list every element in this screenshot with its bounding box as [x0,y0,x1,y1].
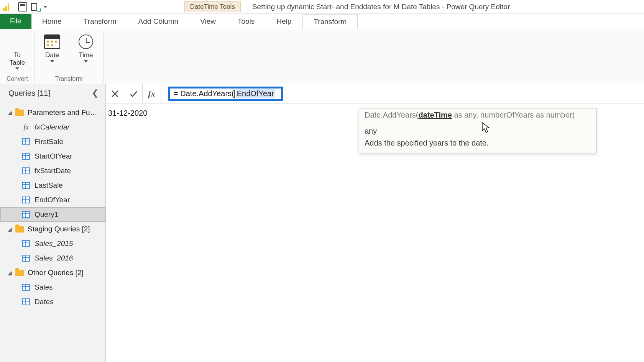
tab-home[interactable]: Home [31,14,73,29]
tab-tools[interactable]: Tools [227,14,266,29]
tree-item-label: Query1 [34,210,58,219]
tree-item-label: Sales [34,283,53,292]
tree-item[interactable]: Sales_2016 [0,251,105,265]
tree-item-label: fxCalendar [34,123,70,131]
save-icon[interactable] [18,2,27,11]
refresh-preview-icon[interactable] [31,2,39,11]
table-icon [22,153,30,160]
group-label-convert: Convert [7,75,28,84]
queries-tree[interactable]: ◢Parameters and Fu…fxfxCalendarFirstSale… [0,102,105,362]
table-icon [22,197,30,203]
calendar-icon [44,34,60,49]
cancel-formula-button[interactable] [106,84,124,103]
tree-item[interactable]: Sales_2015 [0,236,105,251]
tab-help[interactable]: Help [266,14,302,29]
to-table-button[interactable]: To Table [4,33,31,70]
tree-item[interactable]: LastSale [0,178,105,193]
expand-icon: ◢ [8,226,13,232]
tree-item[interactable]: EndOfYear [0,193,105,207]
tooltip-sig-prefix: Date.AddYears( [365,111,418,119]
tree-item[interactable]: Query1 [0,207,105,222]
time-button[interactable]: Time [72,33,99,62]
group-label-transform: Transform [55,75,83,84]
chevron-down-icon [50,60,54,62]
title-bar: DateTime Tools Setting up dynamic Start-… [0,0,644,14]
powerbi-logo-icon [3,3,10,11]
text-caret [234,90,235,98]
tooltip-type: any [359,122,596,137]
folder-icon [15,110,24,116]
tree-group[interactable]: ◢Parameters and Fu… [0,105,105,120]
tree-item[interactable]: fxStartDate [0,164,105,178]
tooltip-sig-current-param: dateTime [418,111,452,119]
formula-bar: fx = Date.AddYears( EndOfYear [106,84,644,103]
ribbon: To Table Convert Date Time Tra [0,29,644,84]
tree-item-label: EndOfYear [34,196,70,204]
tree-item-label: Sales_2016 [34,254,73,262]
fx-button[interactable]: fx [143,84,161,103]
table-icon [22,284,30,291]
tree-item-label: StartOfYear [34,152,72,161]
tab-view[interactable]: View [189,14,227,29]
tree-item[interactable]: Dates [0,295,105,309]
intellisense-tooltip: Date.AddYears(dateTime as any, numberOfY… [359,108,596,153]
formula-selected-arg: EndOfYear [236,89,275,98]
content-area: fx = Date.AddYears( EndOfYear 31-12-2020… [106,84,644,362]
function-icon: fx [22,123,30,131]
tree-item-label: Sales_2015 [34,239,73,248]
queries-pane-header: Queries [11] ❮ [0,84,105,102]
table-icon [22,298,30,305]
expand-icon: ◢ [8,110,13,116]
table-icon [22,167,30,174]
tab-ctx-transform[interactable]: Transform [302,14,358,29]
body: Queries [11] ❮ ◢Parameters and Fu…fxfxCa… [0,84,644,362]
tree-group-label: Parameters and Fu… [28,108,97,117]
qat-separator [14,3,14,11]
tab-transform[interactable]: Transform [73,14,128,29]
file-tab[interactable]: File [0,14,31,29]
contextual-tab-label: DateTime Tools [184,1,241,12]
folder-icon [15,270,24,276]
formula-text-prefix: = Date.AddYears( [174,89,234,98]
queries-pane: Queries [11] ❮ ◢Parameters and Fu…fxfxCa… [0,84,106,362]
tree-group-label: Staging Queries [2] [28,225,90,233]
table-icon [22,182,30,189]
tree-group-label: Other Queries [2] [28,269,84,277]
ribbon-group-convert: To Table Convert [0,31,35,84]
check-icon [129,90,138,98]
to-table-label: To Table [10,51,25,66]
ribbon-tabs: File Home Transform Add Column View Tool… [0,14,644,29]
tree-item[interactable]: StartOfYear [0,149,105,164]
tree-item[interactable]: FirstSale [0,134,105,149]
tooltip-signature: Date.AddYears(dateTime as any, numberOfY… [359,108,596,122]
tooltip-description: Adds the specified years to the date. [359,137,596,153]
table-icon [22,255,30,262]
ribbon-group-transform: Date Time Transform [35,31,104,84]
tree-item[interactable]: fxfxCalendar [0,120,105,134]
qat-dropdown-icon[interactable] [43,6,47,8]
chevron-down-icon [15,67,19,70]
tree-item-label: LastSale [34,181,63,190]
date-label: Date [45,51,59,59]
tree-group[interactable]: ◢Staging Queries [2] [0,222,105,236]
collapse-pane-button[interactable]: ❮ [89,88,101,98]
tree-item-label: Dates [34,298,54,306]
chevron-down-icon [84,60,88,62]
table-icon [22,138,30,145]
tree-item[interactable]: Sales [0,280,105,295]
tooltip-sig-rest: as any, numberOfYears as number) [452,111,575,119]
window-title: Setting up dynamic Start- and Enddates f… [252,3,510,11]
tree-item-label: fxStartDate [34,167,71,175]
table-icon [22,240,30,247]
quick-access-toolbar [0,2,50,11]
formula-input[interactable]: = Date.AddYears( EndOfYear [168,87,283,101]
close-icon [111,90,119,98]
expand-icon: ◢ [8,270,13,276]
clock-icon [79,34,93,49]
date-button[interactable]: Date [39,33,66,62]
tab-add-column[interactable]: Add Column [128,14,190,29]
commit-formula-button[interactable] [124,84,143,103]
tree-group[interactable]: ◢Other Queries [2] [0,265,105,280]
queries-pane-title: Queries [11] [8,89,50,98]
time-label: Time [79,51,93,59]
